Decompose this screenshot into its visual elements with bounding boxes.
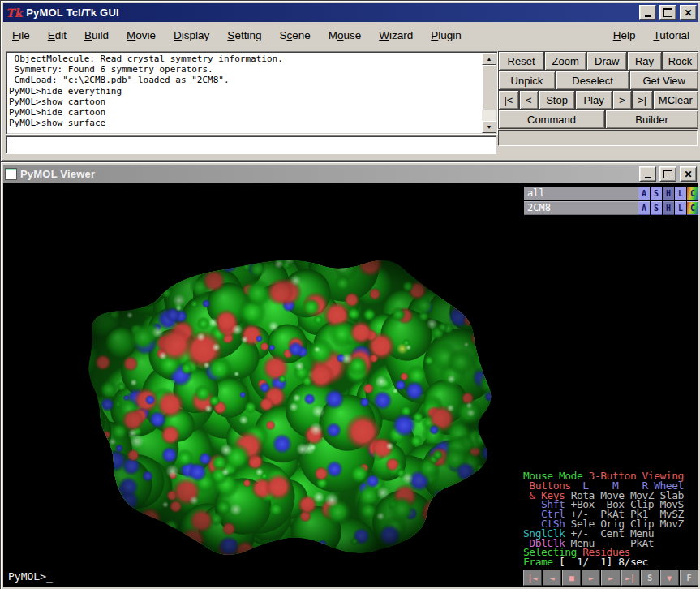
menu-display[interactable]: Display [165,28,218,43]
rewind-icon[interactable]: |◄ [523,570,542,586]
object-h-menu-button[interactable]: H [663,187,674,200]
menu-tutorial[interactable]: Tutorial [644,28,698,43]
command-input[interactable] [6,135,496,154]
tk-gui-window: Tk PyMOL Tcl/Tk GUI ✕ FileEditBuildMovie… [0,0,700,161]
object-row: allASHLC [524,187,698,200]
viewer-titlebar[interactable]: PyMOL Viewer ✕ [3,165,698,183]
object-a-menu-button[interactable]: A [638,187,650,200]
button-ray[interactable]: Ray [627,51,662,71]
minimize-icon [645,15,651,17]
button--[interactable]: >| [632,90,653,110]
menu-file[interactable]: File [3,28,39,43]
button-command[interactable]: Command [498,110,605,129]
object-h-menu-button[interactable]: H [663,201,674,215]
button-play[interactable]: Play [575,90,612,110]
viewer-maximize-button[interactable] [659,166,676,182]
button-unpick[interactable]: Unpick [498,71,556,90]
button-draw[interactable]: Draw [586,51,627,71]
tk-gui-titlebar[interactable]: Tk PyMOL Tcl/Tk GUI ✕ [3,3,698,22]
viewer-window: PyMOL Viewer ✕ allASHLC2CM8ASHLC Mouse M… [0,161,700,589]
button-rock[interactable]: Rock [662,51,698,71]
console-line: PyMOL>show surface [9,118,479,128]
menu-bar: FileEditBuildMovieDisplaySettingSceneMou… [3,22,698,48]
scroll-up-icon[interactable]: ▲ [482,53,496,65]
console-scrollbar[interactable]: ▲ ▼ [482,53,496,133]
menu-bar-right: HelpTutorial [604,28,698,43]
console-line: PyMOL>hide cartoon [9,107,479,118]
viewer-title: PyMOL Viewer [20,168,636,180]
minimize-icon [645,177,651,178]
object-name-all[interactable]: all [524,187,638,200]
scene-button[interactable]: S [641,570,659,586]
console-output: ObjectMolecule: Read crystal symmetry in… [9,54,479,132]
close-icon: ✕ [684,170,692,178]
button-deselect[interactable]: Deselect [556,71,630,90]
object-l-menu-button[interactable]: L [675,201,686,215]
object-row: 2CM8ASHLC [524,201,698,215]
console-line: Symmetry: Found 6 symmetry operators. [9,64,479,75]
control-button-grid: ResetZoomDrawRayRockUnpickDeselectGet Vi… [498,51,698,129]
menu-bar-left: FileEditBuildMovieDisplaySettingSceneMou… [3,28,470,43]
maximize-icon [663,170,672,178]
close-icon: ✕ [684,9,692,17]
console-line: PyMOL>show cartoon [9,97,479,107]
button-reset[interactable]: Reset [498,51,544,71]
object-name-2CM8[interactable]: 2CM8 [524,201,638,215]
menu-plugin[interactable]: Plugin [422,28,470,43]
button-zoom[interactable]: Zoom [544,51,586,71]
viewer-minimize-button[interactable] [639,166,656,182]
object-panel: allASHLC2CM8ASHLC [524,187,698,216]
menu-help[interactable]: Help [604,28,645,43]
stop-icon[interactable]: ■ [562,570,581,586]
object-a-menu-button[interactable]: A [638,201,650,215]
end-icon[interactable]: ►| [621,570,640,586]
panel-status-strip [498,130,698,146]
movie-controls: |◄◄■►►►|S▼F [523,570,698,586]
scroll-down-icon[interactable]: ▼ [482,121,496,133]
button-get-view[interactable]: Get View [629,71,698,90]
menu-setting[interactable]: Setting [218,28,270,43]
molecular-surface [3,183,526,587]
console-line: ObjectMolecule: Read crystal symmetry in… [9,54,479,64]
button--[interactable]: > [612,90,632,110]
mouse-panel-line: Frame [ 1/ 1] 8/sec [523,557,698,567]
object-s-menu-button[interactable]: S [651,201,662,215]
maximize-icon [663,8,672,17]
console-line: CmdLoad: "c:\2CM8.pdb" loaded as "2CM8". [9,75,479,85]
object-s-menu-button[interactable]: S [651,187,662,200]
menu-build[interactable]: Build [75,28,118,43]
maximize-button[interactable] [659,5,676,20]
feedback-console[interactable]: ObjectMolecule: Read crystal symmetry in… [6,51,498,135]
button--[interactable]: < [519,90,539,110]
viewer-window-icon [5,168,17,180]
back-icon[interactable]: ◄ [543,570,561,586]
menu-down-icon[interactable]: ▼ [660,570,679,586]
menu-scene[interactable]: Scene [270,28,319,43]
tk-logo-icon: Tk [5,6,23,19]
button-builder[interactable]: Builder [605,110,698,129]
button-stop[interactable]: Stop [539,90,576,110]
console-line: PyMOL>hide everything [9,86,479,97]
object-c-menu-button[interactable]: C [687,187,698,200]
viewer-close-button[interactable]: ✕ [680,166,697,182]
fullscreen-button[interactable]: F [680,570,698,586]
tk-gui-title: PyMOL Tcl/Tk GUI [26,6,636,19]
menu-wizard[interactable]: Wizard [370,28,422,43]
menu-edit[interactable]: Edit [39,28,75,43]
object-c-menu-button[interactable]: C [687,201,698,215]
close-button[interactable]: ✕ [680,5,697,20]
forward-icon[interactable]: ► [601,570,620,586]
menu-movie[interactable]: Movie [118,28,165,43]
desktop: Tk PyMOL Tcl/Tk GUI ✕ FileEditBuildMovie… [0,0,700,589]
gl-command-prompt[interactable]: PyMOL>_ [8,570,53,583]
gl-viewport[interactable]: allASHLC2CM8ASHLC Mouse Mode 3-Button Vi… [3,183,698,587]
scrollbar-thumb[interactable] [482,65,496,110]
play-icon[interactable]: ► [582,570,600,586]
minimize-button[interactable] [639,5,656,20]
menu-mouse[interactable]: Mouse [320,28,371,43]
mouse-mode-panel: Mouse Mode 3-Button Viewing Buttons L M … [523,471,698,567]
button-mclear[interactable]: MClear [653,90,698,110]
object-l-menu-button[interactable]: L [675,187,686,200]
button--[interactable]: |< [498,90,519,110]
